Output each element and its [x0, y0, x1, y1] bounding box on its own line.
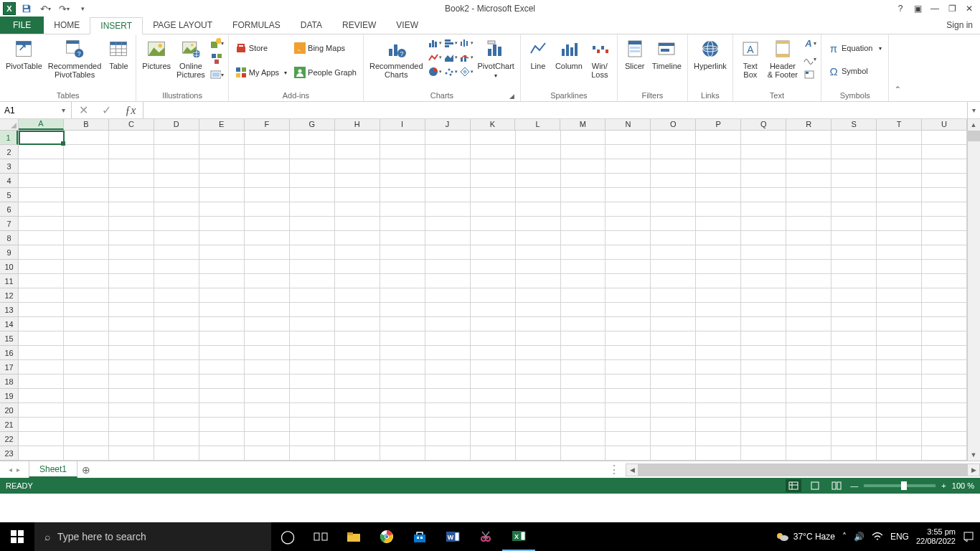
cell[interactable] [425, 403, 470, 418]
cell[interactable] [380, 274, 425, 288]
cell[interactable] [786, 403, 831, 418]
cell[interactable] [199, 360, 245, 375]
zoom-out-button[interactable]: — [850, 481, 858, 490]
cell[interactable] [199, 389, 245, 403]
cell[interactable] [64, 131, 109, 145]
tab-insert[interactable]: INSERT [90, 17, 143, 34]
cell[interactable] [290, 403, 335, 418]
cell[interactable] [19, 145, 64, 159]
cell[interactable] [651, 317, 696, 331]
cell[interactable] [786, 131, 831, 145]
cell[interactable] [290, 432, 335, 446]
cell[interactable] [154, 159, 199, 174]
scatter-chart-button[interactable]: ▾ [443, 65, 458, 79]
cell[interactable] [651, 145, 696, 159]
cell[interactable] [425, 389, 470, 403]
expand-formula-bar[interactable]: ▾ [967, 102, 980, 118]
cell[interactable] [425, 231, 470, 245]
cell[interactable] [425, 174, 470, 188]
cell[interactable] [696, 131, 741, 145]
cell[interactable] [560, 389, 606, 403]
cortana-button[interactable]: ◯ [271, 522, 304, 551]
cell[interactable] [696, 303, 741, 317]
cell[interactable] [921, 418, 966, 432]
cell[interactable] [380, 418, 425, 432]
cell[interactable] [109, 145, 154, 159]
cell[interactable] [290, 331, 335, 346]
cell[interactable] [606, 202, 651, 217]
cell[interactable] [290, 245, 335, 260]
cell[interactable] [921, 432, 966, 446]
cell[interactable] [470, 346, 515, 360]
cell[interactable] [515, 303, 560, 317]
cell[interactable] [470, 231, 515, 245]
cell[interactable] [651, 260, 696, 274]
cell[interactable] [470, 131, 515, 145]
select-all-button[interactable] [0, 119, 19, 131]
cell[interactable] [470, 403, 515, 418]
cell[interactable] [515, 403, 560, 418]
cell[interactable] [651, 346, 696, 360]
cell[interactable] [109, 159, 154, 174]
cell[interactable] [560, 446, 606, 461]
cell[interactable] [877, 346, 922, 360]
cell[interactable] [334, 346, 380, 360]
file-explorer-taskbar[interactable] [337, 522, 370, 551]
cell[interactable] [651, 131, 696, 145]
area-chart-button[interactable]: ▾ [443, 50, 458, 65]
cell[interactable] [921, 174, 966, 188]
cell[interactable] [921, 360, 966, 375]
cell[interactable] [921, 317, 966, 331]
cell[interactable] [877, 288, 922, 303]
row-header-22[interactable]: 22 [0, 432, 18, 446]
cell[interactable] [606, 245, 651, 260]
cell[interactable] [921, 159, 966, 174]
cell[interactable] [651, 418, 696, 432]
row-header-14[interactable]: 14 [0, 317, 18, 331]
cell[interactable] [560, 418, 606, 432]
tab-page-layout[interactable]: PAGE LAYOUT [143, 17, 222, 34]
cell[interactable] [19, 375, 64, 389]
cell[interactable] [199, 288, 245, 303]
restore-button[interactable]: ❐ [944, 1, 960, 17]
cell[interactable] [245, 331, 290, 346]
cell[interactable] [109, 346, 154, 360]
cell[interactable] [64, 317, 109, 331]
wordart-button[interactable]: A▾ [802, 36, 816, 50]
cell[interactable] [515, 159, 560, 174]
cell[interactable] [245, 174, 290, 188]
cell[interactable] [877, 159, 922, 174]
cell[interactable] [19, 432, 64, 446]
cell[interactable] [425, 245, 470, 260]
cell[interactable] [515, 389, 560, 403]
cell[interactable] [651, 188, 696, 202]
cell[interactable] [560, 159, 606, 174]
cell[interactable] [741, 159, 786, 174]
cell[interactable] [606, 375, 651, 389]
sheet-nav-first[interactable]: ◂ [9, 466, 12, 474]
cell[interactable] [606, 360, 651, 375]
cell[interactable] [380, 303, 425, 317]
cell[interactable] [425, 217, 470, 231]
vertical-scrollbar[interactable] [968, 131, 980, 449]
cell[interactable] [921, 188, 966, 202]
cell[interactable] [154, 274, 199, 288]
cell[interactable] [560, 360, 606, 375]
cell[interactable] [64, 159, 109, 174]
cell[interactable] [199, 346, 245, 360]
weather-widget[interactable]: 37°C Haze [775, 530, 835, 543]
cell[interactable] [154, 260, 199, 274]
cell[interactable] [154, 317, 199, 331]
cell[interactable] [741, 188, 786, 202]
cell[interactable] [651, 303, 696, 317]
cell[interactable] [19, 446, 64, 461]
cell[interactable] [515, 274, 560, 288]
row-header-5[interactable]: 5 [0, 188, 18, 202]
cell[interactable] [199, 131, 245, 145]
cell[interactable] [831, 231, 877, 245]
cell[interactable] [786, 174, 831, 188]
cell[interactable] [19, 159, 64, 174]
cell[interactable] [19, 274, 64, 288]
cell[interactable] [19, 260, 64, 274]
cell[interactable] [606, 303, 651, 317]
